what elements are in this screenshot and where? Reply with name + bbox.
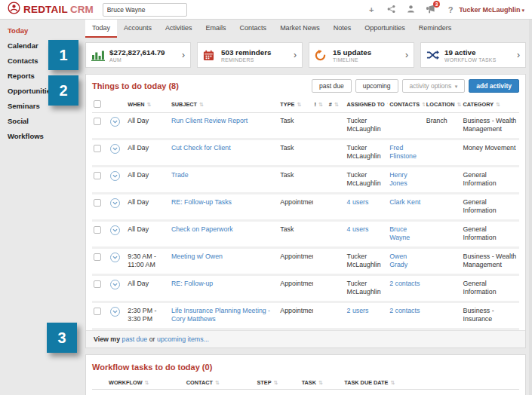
column-header-type[interactable]: TYPE⇅ xyxy=(278,96,312,113)
todo-table-body: All DayRun Client Review ReportTaskTucke… xyxy=(92,113,519,329)
column-header-subject[interactable]: SUBJECT⇅ xyxy=(170,96,278,113)
row-checkbox[interactable] xyxy=(94,172,101,179)
redtail-logo[interactable]: REDTAIL CRM xyxy=(8,2,94,17)
select-all-checkbox[interactable] xyxy=(94,100,101,108)
sidebar-item-today[interactable]: Today xyxy=(0,23,79,38)
user-icon[interactable] xyxy=(406,5,415,15)
row-checkbox[interactable] xyxy=(94,280,101,288)
expand-row-button[interactable] xyxy=(110,117,120,127)
cell-category: General Information xyxy=(462,166,519,193)
activity-subject-link[interactable]: Cut Check for Client xyxy=(171,144,231,152)
expand-row-button[interactable] xyxy=(110,225,120,235)
user-name: Tucker McLaughlin xyxy=(459,6,520,14)
content-area: TodayAccountsActivitiesEmailsContactsMar… xyxy=(79,20,532,395)
activity-options-button[interactable]: activity options ▾ xyxy=(402,79,466,93)
contact-link[interactable]: Clark Kent xyxy=(389,198,420,206)
row-checkbox[interactable] xyxy=(94,226,101,234)
activity-subject-link[interactable]: Run Client Review Report xyxy=(171,117,248,124)
cell-subject: Cut Check for Client xyxy=(170,139,278,166)
stat-card-aum[interactable]: $272,827,614.79AUM› xyxy=(85,42,191,68)
workflow-column-step[interactable]: STEP⇅ xyxy=(255,376,300,390)
cell-type: Task xyxy=(278,113,312,139)
tab-activities[interactable]: Activities xyxy=(158,20,199,38)
global-search-input[interactable] xyxy=(103,3,187,17)
tab-opportunities[interactable]: Opportunities xyxy=(358,20,412,38)
cell-count xyxy=(328,274,346,302)
past-due-button[interactable]: past due xyxy=(312,79,352,93)
tab-contacts[interactable]: Contacts xyxy=(233,20,274,38)
add-activity-button[interactable]: add activity xyxy=(469,79,519,93)
plus-icon[interactable]: + xyxy=(367,5,376,14)
contact-link[interactable]: Owen Grady xyxy=(389,253,407,268)
workflow-column-contact[interactable]: CONTACT⇅ xyxy=(185,376,256,390)
table-row: All DayRE: Follow-up TasksAppointment4 u… xyxy=(92,193,519,220)
assigned-users-link[interactable]: 4 users xyxy=(347,225,369,233)
expand-row-button[interactable] xyxy=(110,253,120,262)
expand-row-button[interactable] xyxy=(110,171,120,181)
row-checkbox[interactable] xyxy=(94,199,101,207)
contact-link[interactable]: Bruce Wayne xyxy=(389,225,410,241)
upcoming-button[interactable]: upcoming xyxy=(355,79,398,93)
column-header-category[interactable]: CATEGORY⇅ xyxy=(462,96,519,113)
assigned-users-link[interactable]: 4 users xyxy=(347,198,369,206)
chevron-right-icon: › xyxy=(405,50,408,60)
column-header-when[interactable]: WHEN⇅ xyxy=(126,96,170,113)
column-header-[interactable]: !⇅ xyxy=(313,96,328,113)
stat-card-workflow-tasks[interactable]: 19 activeWORKFLOW TASKS› xyxy=(420,42,526,68)
row-checkbox[interactable] xyxy=(94,253,101,261)
row-checkbox[interactable] xyxy=(94,308,101,315)
expand-row-button[interactable] xyxy=(110,144,120,154)
cell-when: All Day xyxy=(126,193,170,220)
share-icon[interactable] xyxy=(386,5,395,15)
stat-card-timeline[interactable]: 15 updatesTIMELINE› xyxy=(309,42,414,68)
activity-subject-link[interactable]: Life Insurance Planning Meeting - Cory M… xyxy=(171,307,270,323)
contact-link[interactable]: 2 contacts xyxy=(389,280,420,287)
contact-link[interactable]: Fred Flinstone xyxy=(389,144,417,160)
row-checkbox[interactable] xyxy=(94,118,101,125)
activity-subject-link[interactable]: Meeting w/ Owen xyxy=(171,253,223,260)
user-menu[interactable]: Tucker McLaughlin▾ xyxy=(459,6,524,14)
column-header-[interactable]: #⇅ xyxy=(328,96,346,113)
help-icon[interactable]: ? xyxy=(446,5,455,14)
table-row: 2:30 PM - 3:30 PMLife Insurance Planning… xyxy=(92,302,519,329)
activity-subject-link[interactable]: Trade xyxy=(171,171,189,179)
table-row: All DayCheck on PaperworkTask4 usersBruc… xyxy=(92,220,519,247)
activity-subject-link[interactable]: RE: Follow-up Tasks xyxy=(171,198,232,206)
activity-subject-link[interactable]: Check on Paperwork xyxy=(171,225,233,233)
activity-subject-link[interactable]: RE: Follow-up xyxy=(171,280,213,287)
column-header-location[interactable]: LOCATION⇅ xyxy=(425,96,462,113)
column-header-contacts[interactable]: CONTACTS⇅ xyxy=(388,96,425,113)
stat-card-reminders[interactable]: 503 remindersREMINDERS› xyxy=(197,42,303,68)
workflow-column-task-due-date[interactable]: TASK DUE DATE⇅ xyxy=(343,376,519,390)
contact-link[interactable]: Henry Jones xyxy=(389,171,407,187)
column-header-assigned-to[interactable]: ASSIGNED TO⇅ xyxy=(346,96,389,113)
stat-value: 503 reminders xyxy=(221,48,294,57)
assigned-users-link[interactable]: 2 users xyxy=(347,307,369,314)
expand-row-button[interactable] xyxy=(110,307,120,317)
tab-notes[interactable]: Notes xyxy=(327,20,358,38)
tab-reminders[interactable]: Reminders xyxy=(412,20,459,38)
sort-icon: ⇅ xyxy=(318,102,323,107)
past-due-link[interactable]: past due xyxy=(122,335,148,343)
upcoming-items-link[interactable]: upcoming items... xyxy=(157,335,209,343)
calendar-icon xyxy=(203,50,218,61)
workflow-column-task[interactable]: TASK⇅ xyxy=(300,376,343,390)
cell-contacts: Fred Flinstone xyxy=(388,139,425,166)
expand-row-button[interactable] xyxy=(110,198,120,208)
row-checkbox[interactable] xyxy=(94,145,101,152)
tab-accounts[interactable]: Accounts xyxy=(117,20,158,38)
contact-link[interactable]: 2 contacts xyxy=(389,307,420,314)
announcements-icon[interactable]: 3 xyxy=(426,5,435,15)
caret-down-icon: ▾ xyxy=(455,84,458,89)
expand-row-button[interactable] xyxy=(110,280,120,289)
shuffle-icon xyxy=(426,50,441,60)
sidebar-item-workflows[interactable]: Workflows xyxy=(0,129,79,144)
sidebar-item-social[interactable]: Social xyxy=(0,114,79,129)
tab-emails[interactable]: Emails xyxy=(199,20,233,38)
tab-market-news[interactable]: Market News xyxy=(273,20,327,38)
workflow-column-workflow[interactable]: WORKFLOW⇅ xyxy=(92,376,185,390)
stats-row: $272,827,614.79AUM›503 remindersREMINDER… xyxy=(85,42,526,68)
scrollbar[interactable] xyxy=(529,20,532,395)
workflow-title: Workflow tasks to do today (0) xyxy=(92,363,212,372)
tab-today[interactable]: Today xyxy=(85,20,117,38)
